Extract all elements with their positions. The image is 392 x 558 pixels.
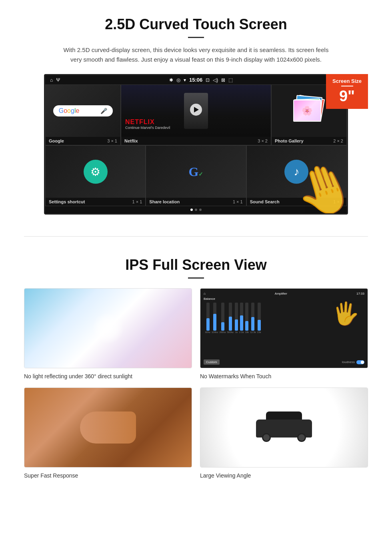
flower-icon: 🌸 bbox=[302, 106, 312, 116]
sound-cell-content: ♪ bbox=[247, 146, 346, 198]
eq-bar-12.5k[interactable]: 12.5k bbox=[250, 303, 256, 333]
sun-glow bbox=[92, 312, 124, 344]
custom-button[interactable]: Custom bbox=[204, 359, 220, 365]
cheetah-caption: Super Fast Response bbox=[24, 472, 192, 479]
amp-home-icon: ⌂ bbox=[204, 292, 206, 295]
sound-label-row: Sound Search 1 × 1 bbox=[247, 198, 346, 206]
curved-section: 2.5D Curved Touch Screen With 2.5D curve… bbox=[0, 0, 392, 228]
location-icon: ◎ bbox=[176, 77, 180, 83]
status-center-icons: ✱ ◎ ▾ 15:06 ⊡ ◁) ⊠ ⬚ bbox=[60, 77, 342, 83]
maps-cell-content: G✓ bbox=[146, 146, 246, 198]
netflix-subtitle: Continue Marvel's Daredevil bbox=[125, 126, 170, 130]
amp-hand: 🖐 bbox=[332, 301, 360, 327]
dot-2 bbox=[195, 209, 197, 211]
title-divider bbox=[188, 37, 204, 38]
ips-title-divider bbox=[188, 277, 204, 279]
maps-bg: G✓ bbox=[146, 146, 246, 198]
amplifier-caption: No Watermarks When Touch bbox=[200, 373, 368, 379]
dot-3 bbox=[199, 209, 202, 211]
dot-1 bbox=[190, 209, 193, 211]
cheetah-image bbox=[24, 387, 192, 468]
netflix-logo: NETFLIX bbox=[125, 118, 155, 126]
settings-cell-content: ⚙ bbox=[46, 146, 145, 198]
google-search-bar[interactable]: Google 🎤 bbox=[53, 105, 113, 116]
settings-icon: ⚙ bbox=[84, 160, 108, 184]
car-caption: Large Viewing Angle bbox=[200, 472, 368, 479]
car-wheel-right bbox=[297, 433, 306, 442]
badge-divider bbox=[341, 86, 353, 86]
google-size: 3 × 1 bbox=[107, 138, 117, 143]
settings-cell[interactable]: ⚙ Settings shortcut 1 × 1 bbox=[45, 145, 146, 206]
maps-cell[interactable]: G✓ Share location 1 × 1 bbox=[146, 145, 246, 206]
netflix-cell[interactable]: NETFLIX Continue Marvel's Daredevil Netf… bbox=[121, 84, 271, 145]
eq-bar-10k[interactable]: 10k bbox=[245, 303, 249, 333]
play-triangle bbox=[194, 107, 199, 112]
sunlight-image bbox=[24, 288, 192, 368]
netflix-size: 3 × 2 bbox=[258, 138, 268, 143]
gallery-label: Photo Gallery bbox=[275, 138, 304, 143]
toggle-track[interactable] bbox=[356, 360, 364, 364]
bluetooth-icon: ✱ bbox=[169, 77, 173, 83]
sound-label: Sound Search bbox=[250, 199, 280, 204]
status-time: 15:06 bbox=[189, 77, 202, 83]
google-cell-content: Google 🎤 bbox=[46, 85, 120, 137]
window-icon: ⬚ bbox=[228, 77, 233, 83]
ips-section: IPS Full Screen View No light reflecting… bbox=[0, 245, 392, 495]
sound-size: 1 × 1 bbox=[333, 199, 343, 204]
device-container: Screen Size 9" ⌂ Ψ ✱ ◎ ▾ 15:06 ⊡ ◁) ⊠ bbox=[24, 74, 368, 215]
music-note-icon: ♪ bbox=[294, 165, 299, 178]
cheetah-shape bbox=[80, 411, 136, 444]
amp-status-bar: ⌂ Amplifier 17:33 bbox=[204, 292, 364, 295]
cheetah-visual bbox=[24, 388, 192, 467]
amp-time: 17:33 bbox=[356, 292, 364, 295]
usb-icon: Ψ bbox=[56, 77, 60, 83]
eq-bar-15k[interactable]: 15k bbox=[257, 303, 261, 333]
settings-bg: ⚙ bbox=[46, 146, 145, 198]
gallery-size: 2 × 2 bbox=[333, 138, 343, 143]
google-label-row: Google 3 × 1 bbox=[46, 137, 120, 145]
eq-bar-200hz[interactable]: 200hz bbox=[219, 303, 226, 333]
eq-bar-500hz[interactable]: 500hz bbox=[227, 303, 234, 333]
screen-size-badge: Screen Size 9" bbox=[326, 74, 368, 109]
top-grid-row: Google 🎤 Google 3 × 1 bbox=[45, 84, 347, 145]
netflix-bg: NETFLIX Continue Marvel's Daredevil bbox=[121, 85, 271, 137]
maps-size: 1 × 1 bbox=[233, 199, 243, 204]
eq-bar-60hz[interactable]: 60hz bbox=[205, 303, 210, 333]
loudness-toggle[interactable]: loudness bbox=[342, 360, 364, 364]
eq-bar-2.5k[interactable]: 2.5k bbox=[239, 303, 244, 333]
mic-icon[interactable]: 🎤 bbox=[100, 108, 107, 114]
status-left-icons: ⌂ Ψ bbox=[50, 77, 60, 83]
car-visual bbox=[200, 388, 368, 467]
home-icon: ⌂ bbox=[50, 77, 53, 83]
google-bg: Google 🎤 bbox=[46, 85, 120, 137]
netflix-label: Netflix bbox=[124, 138, 138, 143]
sound-bg: ♪ bbox=[247, 146, 346, 198]
eq-bar-1k[interactable]: 1k bbox=[235, 303, 238, 333]
photo-card-main: 🌸 bbox=[293, 100, 321, 122]
android-screen: ⌂ Ψ ✱ ◎ ▾ 15:06 ⊡ ◁) ⊠ ⬚ bbox=[44, 74, 348, 215]
maps-label-row: Share location 1 × 1 bbox=[146, 198, 246, 206]
loudness-label: loudness bbox=[342, 360, 355, 364]
google-cell[interactable]: Google 🎤 Google 3 × 1 bbox=[45, 84, 121, 145]
badge-label: Screen Size bbox=[332, 78, 362, 84]
netflix-label-row: Netflix 3 × 2 bbox=[121, 137, 271, 145]
sound-icon: ♪ bbox=[284, 160, 308, 184]
amplifier-image: ⌂ Amplifier 17:33 Balance 60hz100hz200hz… bbox=[200, 288, 368, 368]
play-button[interactable] bbox=[190, 104, 202, 116]
sunlight-visual bbox=[24, 289, 192, 368]
google-label: Google bbox=[49, 138, 64, 143]
google-logo: Google bbox=[59, 107, 80, 114]
sound-cell[interactable]: ♪ Sound Search 1 × 1 bbox=[246, 145, 347, 206]
badge-size: 9" bbox=[332, 88, 362, 105]
feature-sunlight: No light reflecting under 360° direct su… bbox=[24, 288, 192, 379]
section-divider bbox=[24, 236, 368, 237]
maps-logo: G✓ bbox=[189, 165, 204, 179]
amp-bottom: Custom loudness bbox=[204, 359, 364, 365]
eq-bar-100hz[interactable]: 100hz bbox=[212, 303, 218, 333]
settings-label-row: Settings shortcut 1 × 1 bbox=[46, 198, 145, 206]
pagination-dots bbox=[45, 206, 347, 213]
toggle-thumb bbox=[361, 361, 364, 364]
photo-stack: 🌸 bbox=[293, 95, 325, 127]
curved-title: 2.5D Curved Touch Screen bbox=[24, 16, 368, 33]
features-grid: No light reflecting under 360° direct su… bbox=[24, 288, 368, 479]
